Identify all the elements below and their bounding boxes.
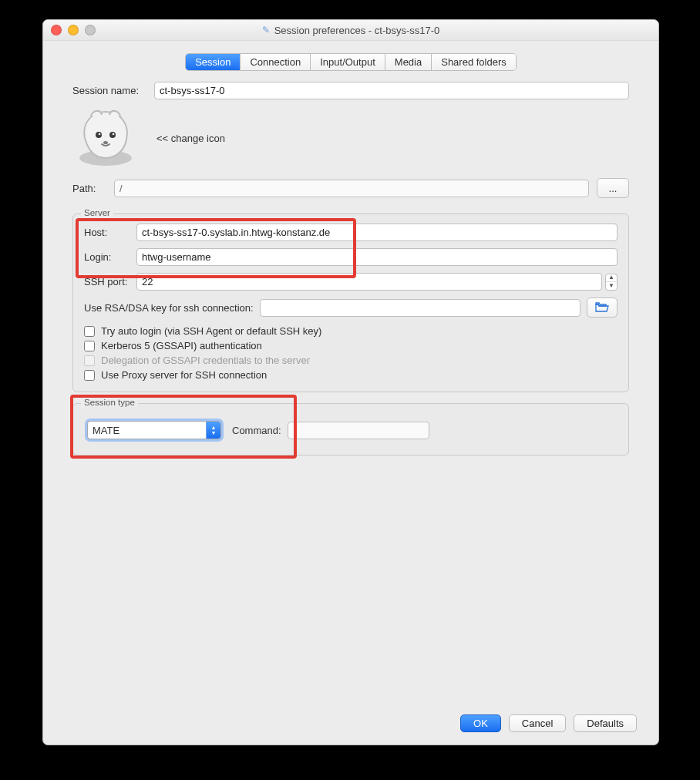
path-input[interactable]	[114, 180, 589, 197]
window-title-text: Session preferences - ct-bsys-ss17-0	[274, 25, 440, 36]
tab-connection[interactable]: Connection	[241, 54, 311, 70]
folder-open-icon	[595, 302, 609, 313]
ssh-port-row: SSH port: ▲ ▼	[84, 273, 618, 291]
tab-shared-folders[interactable]: Shared folders	[432, 54, 516, 70]
host-label: Host:	[84, 227, 136, 238]
login-input[interactable]	[136, 248, 618, 266]
svg-point-1	[96, 132, 102, 138]
kerberos-label: Kerberos 5 (GSSAPI) authentication	[101, 340, 262, 351]
cancel-button[interactable]: Cancel	[509, 714, 566, 732]
delegation-checkbox: Delegation of GSSAPI credentials to the …	[84, 355, 618, 366]
path-row: Path: ...	[72, 178, 629, 198]
login-label: Login:	[84, 251, 136, 263]
session-icon: ✎	[262, 25, 270, 35]
ssh-port-label: SSH port:	[84, 276, 136, 287]
icon-zone: << change icon	[74, 107, 629, 169]
select-arrows-icon: ▲ ▼	[206, 422, 220, 439]
host-row: Host:	[84, 224, 618, 241]
dialog-footer: OK Cancel Defaults	[460, 714, 637, 732]
auto-login-checkbox[interactable]: Try auto login (via SSH Agent or default…	[84, 325, 618, 337]
host-input[interactable]	[136, 224, 618, 241]
server-group: Server Host: Login: SSH port: ▲ ▼ Use RS…	[72, 213, 629, 392]
command-label: Command:	[232, 425, 281, 436]
svg-point-2	[109, 132, 116, 138]
tab-bar: Session Connection Input/Output Media Sh…	[43, 53, 658, 71]
session-type-select[interactable]: MATE ▲ ▼	[87, 421, 221, 439]
rsa-key-browse-button[interactable]	[587, 298, 618, 318]
chevron-up-icon[interactable]: ▲	[606, 274, 617, 283]
session-name-input[interactable]	[154, 82, 629, 99]
svg-point-5	[103, 141, 108, 144]
session-type-group: Session type MATE ▲ ▼ Command:	[72, 403, 629, 456]
proxy-label: Use Proxy server for SSH connection	[101, 369, 267, 381]
tab-session[interactable]: Session	[186, 54, 241, 70]
window-title: ✎ Session preferences - ct-bsys-ss17-0	[43, 25, 658, 36]
tab-input-output[interactable]: Input/Output	[311, 54, 385, 70]
path-browse-button[interactable]: ...	[597, 178, 629, 198]
rsa-key-input[interactable]	[260, 299, 581, 317]
ssh-port-stepper[interactable]: ▲ ▼	[605, 274, 618, 291]
titlebar: ✎ Session preferences - ct-bsys-ss17-0	[43, 20, 658, 41]
ok-button[interactable]: OK	[460, 714, 501, 732]
auto-login-label: Try auto login (via SSH Agent or default…	[101, 325, 321, 337]
proxy-checkbox[interactable]: Use Proxy server for SSH connection	[84, 369, 618, 381]
rsa-key-label: Use RSA/DSA key for ssh connection:	[84, 302, 254, 314]
preferences-window: ✎ Session preferences - ct-bsys-ss17-0 S…	[42, 19, 659, 745]
command-input	[288, 422, 429, 439]
path-label: Path:	[72, 183, 106, 194]
kerberos-checkbox[interactable]: Kerberos 5 (GSSAPI) authentication	[84, 340, 618, 351]
delegation-label: Delegation of GSSAPI credentials to the …	[101, 355, 310, 366]
session-type-value: MATE	[88, 425, 206, 436]
delegation-input	[84, 355, 95, 366]
svg-point-4	[113, 133, 115, 136]
auto-login-input[interactable]	[84, 326, 95, 337]
command-row: Command:	[232, 422, 429, 439]
kerberos-input[interactable]	[84, 341, 95, 351]
defaults-button[interactable]: Defaults	[574, 714, 637, 732]
session-avatar-icon[interactable]	[74, 107, 137, 169]
chevron-down-icon: ▼	[211, 430, 217, 435]
ssh-port-input[interactable]	[136, 273, 602, 291]
chevron-down-icon[interactable]: ▼	[606, 282, 617, 290]
session-name-label: Session name:	[72, 85, 154, 96]
proxy-input[interactable]	[84, 370, 95, 381]
login-row: Login:	[84, 248, 618, 266]
server-legend: Server	[81, 208, 113, 217]
rsa-key-row: Use RSA/DSA key for ssh connection:	[84, 298, 618, 318]
svg-point-3	[99, 133, 101, 136]
chevron-up-icon: ▲	[211, 425, 217, 430]
change-icon-link[interactable]: << change icon	[156, 133, 225, 144]
session-type-legend: Session type	[81, 398, 138, 407]
content-area: Session name: << change icon Path: ...	[43, 71, 658, 456]
tab-media[interactable]: Media	[385, 54, 432, 70]
session-name-row: Session name:	[72, 82, 629, 99]
